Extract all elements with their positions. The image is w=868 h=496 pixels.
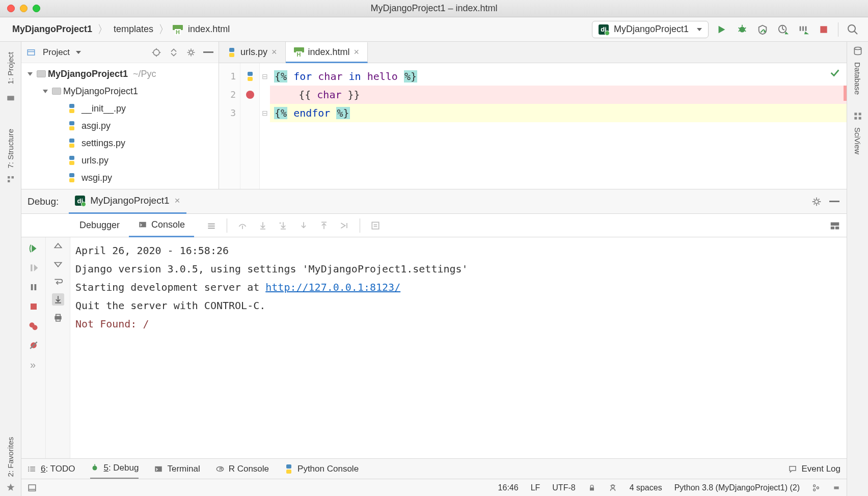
sciview-tool-button[interactable]: SciView: [853, 121, 862, 160]
memory-icon[interactable]: [832, 484, 840, 492]
step-out-icon[interactable]: [319, 221, 329, 231]
profile-button[interactable]: [777, 23, 789, 36]
favorites-tool-button[interactable]: 2: Favorites: [6, 431, 15, 483]
todo-tool-button[interactable]: 6: TODO: [28, 464, 75, 474]
minimize-window-button[interactable]: [20, 5, 28, 12]
tree-folder-item[interactable]: MyDjangoProject1: [21, 82, 219, 100]
event-log-button[interactable]: Event Log: [788, 464, 840, 474]
close-tab-icon[interactable]: ×: [175, 195, 180, 206]
hide-button[interactable]: [203, 51, 213, 53]
run-configuration-selector[interactable]: dj MyDjangoProject1: [592, 21, 709, 38]
gutter-row[interactable]: [240, 104, 259, 122]
tree-root[interactable]: MyDjangoProject1 ~/Pyc: [21, 65, 219, 82]
breadcrumb-file[interactable]: index.html: [186, 24, 232, 35]
tree-file-item[interactable]: wsgi.py: [21, 169, 219, 186]
project-view-selector[interactable]: Project: [43, 47, 81, 58]
force-step-into-icon[interactable]: [299, 221, 309, 231]
status-indent[interactable]: 4 spaces: [630, 483, 662, 492]
code-text-area[interactable]: {% for char in hello %} {{ char }} {% en…: [270, 63, 847, 189]
run-button[interactable]: [716, 23, 728, 36]
layout-icon[interactable]: [829, 220, 840, 231]
settings-icon[interactable]: [811, 196, 822, 207]
console-output[interactable]: April 26, 2020 - 16:58:26 Django version…: [70, 237, 847, 458]
tree-file-item[interactable]: settings.py: [21, 134, 219, 152]
status-interpreter[interactable]: Python 3.8 (MyDjangoProject1) (2): [674, 483, 800, 492]
debug-button[interactable]: [736, 23, 748, 36]
fold-end[interactable]: ⊟: [260, 104, 270, 122]
expand-all-icon[interactable]: [169, 47, 179, 58]
status-time[interactable]: 16:46: [498, 483, 519, 492]
inspector-icon[interactable]: [608, 483, 617, 492]
tree-file-label: settings.py: [78, 138, 125, 149]
sciview-icon: [853, 111, 863, 121]
breadcrumb: MyDjangoProject1 〉 templates 〉 index.htm…: [4, 22, 232, 37]
lock-icon[interactable]: [588, 484, 596, 492]
resume-button[interactable]: [26, 261, 41, 275]
search-everywhere-button[interactable]: [847, 23, 859, 36]
run-to-cursor-icon[interactable]: [339, 221, 349, 231]
locate-icon[interactable]: [151, 47, 161, 58]
left-tool-rail: 1: Project 7: Structure 2: Favorites: [0, 42, 21, 496]
r-console-tool-button[interactable]: RR Console: [215, 464, 269, 474]
variable: char: [318, 70, 342, 82]
down-arrow-icon[interactable]: [53, 259, 63, 269]
svg-rect-52: [31, 284, 33, 290]
tool-windows-icon[interactable]: [28, 483, 37, 492]
breakpoint[interactable]: [240, 86, 259, 104]
svg-rect-54: [31, 304, 37, 310]
rerun-button[interactable]: [26, 241, 41, 256]
fold-toggle[interactable]: ⊟: [260, 67, 270, 86]
hide-button[interactable]: [829, 201, 839, 202]
up-arrow-icon[interactable]: [53, 241, 63, 252]
bottom-tool-bar: 6: TODO 5: Debug Terminal RR Console Pyt…: [21, 458, 847, 479]
breadcrumb-folder[interactable]: templates: [112, 24, 155, 35]
inspection-ok-icon[interactable]: [829, 67, 840, 78]
scroll-to-end-button[interactable]: [52, 293, 64, 306]
pause-button[interactable]: [26, 280, 41, 294]
console-url[interactable]: http://127.0.0.1:8123/: [265, 281, 400, 293]
print-icon[interactable]: [53, 313, 63, 323]
toolbar-sep-icon[interactable]: [206, 221, 216, 231]
view-breakpoints-button[interactable]: [26, 319, 41, 333]
debug-session-tab[interactable]: dj MyDjangoProject1 ×: [69, 189, 186, 214]
terminal-tool-button[interactable]: Terminal: [154, 464, 200, 474]
close-tab-icon[interactable]: ×: [354, 47, 360, 58]
step-into-icon[interactable]: [258, 221, 268, 231]
debug-tool-button[interactable]: 5: Debug: [90, 459, 139, 479]
run-coverage-button[interactable]: [756, 23, 769, 36]
breadcrumb-root[interactable]: MyDjangoProject1: [10, 24, 94, 35]
more-actions-button[interactable]: »: [26, 357, 41, 372]
gutter-row[interactable]: [240, 67, 259, 86]
project-tool-button[interactable]: 1: Project: [6, 46, 15, 90]
structure-tool-button[interactable]: 7: Structure: [6, 123, 15, 175]
stop-button[interactable]: [818, 23, 830, 36]
console-tab[interactable]: Console: [129, 214, 194, 237]
variable: char: [317, 89, 341, 101]
close-window-button[interactable]: [7, 5, 15, 12]
maximize-window-button[interactable]: [33, 5, 40, 12]
tree-file-label: wsgi.py: [78, 173, 112, 183]
editor-tab-index[interactable]: index.html ×: [286, 42, 368, 63]
python-console-tool-button[interactable]: Python Console: [284, 464, 359, 474]
branch-status-icon[interactable]: [812, 484, 820, 492]
settings-icon[interactable]: [186, 47, 196, 58]
tree-file-item[interactable]: urls.py: [21, 152, 219, 169]
soft-wrap-icon[interactable]: [53, 276, 63, 286]
stop-button[interactable]: [26, 299, 41, 314]
database-tool-button[interactable]: Database: [853, 56, 862, 101]
editor-tab-urls[interactable]: urls.py ×: [219, 42, 286, 63]
step-over-icon[interactable]: [237, 221, 248, 231]
tree-file-item[interactable]: asgi.py: [21, 117, 219, 134]
svg-rect-15: [820, 26, 827, 33]
tree-file-item[interactable]: __init__.py: [21, 100, 219, 117]
concurrency-button[interactable]: [797, 23, 809, 36]
error-stripe-marker[interactable]: [844, 86, 847, 101]
mute-breakpoints-button[interactable]: [26, 338, 41, 352]
debugger-tab[interactable]: Debugger: [70, 214, 129, 237]
status-encoding[interactable]: UTF-8: [552, 483, 575, 492]
evaluate-icon[interactable]: [370, 221, 381, 231]
status-line-separator[interactable]: LF: [531, 483, 540, 492]
close-tab-icon[interactable]: ×: [272, 47, 277, 58]
right-tool-rail: Database SciView: [847, 42, 868, 496]
step-into-my-icon[interactable]: [278, 221, 288, 231]
